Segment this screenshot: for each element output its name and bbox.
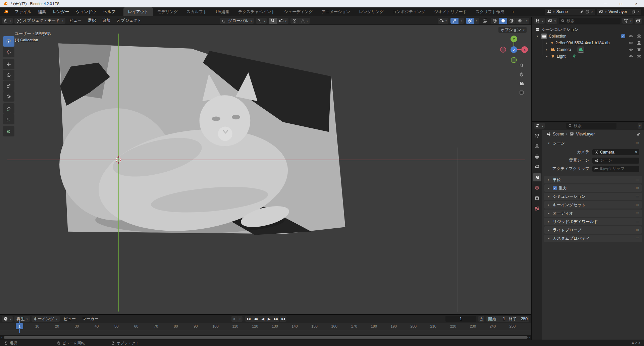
shading-dropdown[interactable]: ∨ [524,18,529,24]
breadcrumb-viewlayer[interactable]: ViewLayer [576,132,595,136]
drag-handle-icon[interactable]: ∷∷ [635,220,639,223]
section-rigid-body-world[interactable]: ▸ リジッドボディワールド ∷∷ [544,218,642,225]
options-dropdown[interactable]: オプション ∨ [498,27,527,33]
outliner-search[interactable]: 検索 [559,18,621,24]
menu-render[interactable]: レンダー [49,9,72,15]
outliner-display-mode-dropdown[interactable]: ∨ [534,18,545,24]
tool-scale[interactable] [3,80,14,91]
transform-orientation-dropdown[interactable]: グローバル ∨ [220,18,254,24]
snap-to-dropdown[interactable]: ∨ [277,18,288,24]
close-button[interactable]: × [629,0,644,7]
tab-world[interactable] [533,184,541,192]
timeline-ruler[interactable]: 1020304050607080901001101201301401501601… [0,323,531,330]
pan-hand-icon[interactable] [519,72,524,77]
scroll-right-icon[interactable]: › [529,336,530,339]
minimize-button[interactable]: ─ [598,0,613,7]
zoom-icon[interactable] [519,63,524,68]
scene-panel-header[interactable]: ▾ シーン ∷∷ [544,139,642,147]
new-scene-icon[interactable] [585,10,589,14]
menu-file[interactable]: ファイル [11,9,35,15]
pivot-point-dropdown[interactable]: ∨ [256,18,267,24]
filter-funnel-dropdown[interactable]: ∨ [622,18,633,24]
properties-options-dropdown[interactable]: ∨ [638,123,642,129]
object-visibility-dropdown[interactable]: ∨ [438,18,448,24]
play-button[interactable]: ▶ [266,316,272,322]
play-reverse-button[interactable]: ◀ [260,316,266,322]
hide-eye-icon[interactable] [629,41,633,45]
camera-view-icon[interactable] [519,81,524,86]
drag-handle-icon[interactable]: ∷∷ [635,228,639,232]
drag-handle-icon[interactable]: ∷∷ [635,195,639,198]
render-visibility-icon[interactable] [637,41,641,45]
perspective-toggle-icon[interactable] [519,90,524,95]
navigation-gizmo[interactable]: Y X Z [496,33,531,66]
expand-icon[interactable]: ▸ [545,41,549,45]
tab-tool[interactable] [533,132,541,140]
section-custom-properties[interactable]: ▸ カスタムプロパティ ∷∷ [544,235,642,242]
drag-handle-icon[interactable]: ∷∷ [635,237,639,240]
tool-select-box[interactable] [3,36,14,47]
outliner-filter-dropdown[interactable]: ∨ [546,18,557,24]
snap-toggle[interactable] [269,18,277,24]
workspace-tab-layout[interactable]: レイアウト [123,7,153,16]
shading-rendered-button[interactable] [516,18,524,24]
tab-render[interactable] [533,142,541,150]
section-gravity[interactable]: ▸ ✓ 重力 ∷∷ [544,184,642,192]
camera-field[interactable]: Camera × [592,149,639,155]
menu-help[interactable]: ヘルプ [100,9,119,15]
proportional-editing-toggle[interactable] [290,18,299,24]
collapse-icon[interactable]: ▾ [535,35,539,38]
editor-type-button[interactable]: ∨ [2,18,13,24]
properties-editor-type-button[interactable]: ∨ [534,123,545,129]
delete-viewlayer-icon[interactable]: × [637,9,640,14]
drag-handle-icon[interactable]: ∷∷ [635,178,639,181]
prev-keyframe-button[interactable]: ◀◆ [252,316,260,322]
blender-menu-button[interactable] [0,9,11,14]
hide-eye-icon[interactable] [629,34,633,39]
new-viewlayer-icon[interactable] [632,10,636,14]
outliner-row-collection[interactable]: ▾ Collection ✓ [532,33,644,40]
show-gizmo-toggle[interactable] [450,18,459,24]
workspace-tab-compositing[interactable]: コンポジティング [388,7,430,16]
tool-move[interactable] [3,59,14,69]
overlays-dropdown[interactable]: ∨ [474,18,479,24]
current-frame-field[interactable]: 1 [445,316,476,322]
use-preview-range-toggle[interactable]: ◷ [478,316,484,322]
show-overlays-toggle[interactable] [466,18,474,24]
tab-scene[interactable] [533,173,541,181]
playback-menu[interactable]: 再生 ∨ [14,316,30,322]
frame-end-field[interactable]: 終了 250 [507,316,529,322]
workspace-tab-scripting[interactable]: スクリプト作成 [471,7,508,16]
tool-annotate[interactable] [3,103,14,114]
render-visibility-icon[interactable] [637,54,641,59]
tool-transform[interactable] [3,91,14,102]
maximize-button[interactable]: □ [613,0,629,7]
light-data-icon[interactable] [572,54,577,59]
hide-eye-icon[interactable] [629,47,633,52]
section-units[interactable]: ▸ 単位 ∷∷ [544,176,642,183]
workspace-tab-modeling[interactable]: モデリング [153,7,182,16]
outliner-row-camera[interactable]: ▸ Camera [532,46,644,53]
menu-add[interactable]: 追加 [100,18,113,23]
tab-texture[interactable] [533,205,541,213]
tool-add-cube[interactable] [3,126,14,136]
expand-icon[interactable]: ▸ [545,48,549,51]
workspace-tab-shading[interactable]: シェーディング [280,7,317,16]
camera-data-icon[interactable] [579,47,583,52]
gizmo-dropdown[interactable]: ∨ [459,18,464,24]
pin-icon[interactable] [636,132,641,136]
outliner-row-light[interactable]: ▸ Light [532,53,644,60]
tab-output[interactable] [533,153,541,161]
jump-to-start-button[interactable]: ▮◀ [245,316,252,322]
section-keying-sets[interactable]: ▸ キーイングセット ∷∷ [544,201,642,209]
timeline-menu-marker[interactable]: マーカー [80,316,101,322]
shading-material-button[interactable] [507,18,516,24]
xray-toggle[interactable] [481,18,489,24]
workspace-tab-sculpting[interactable]: スカルプト [182,7,211,16]
breadcrumb-scene[interactable]: Scene [553,132,564,136]
current-frame-marker[interactable]: 1 [16,323,23,329]
viewport-canvas[interactable] [0,25,531,314]
hide-eye-icon[interactable] [629,54,633,59]
timeline-editor-type-button[interactable]: ∨ [2,316,13,322]
menu-select[interactable]: 選択 [86,18,98,23]
